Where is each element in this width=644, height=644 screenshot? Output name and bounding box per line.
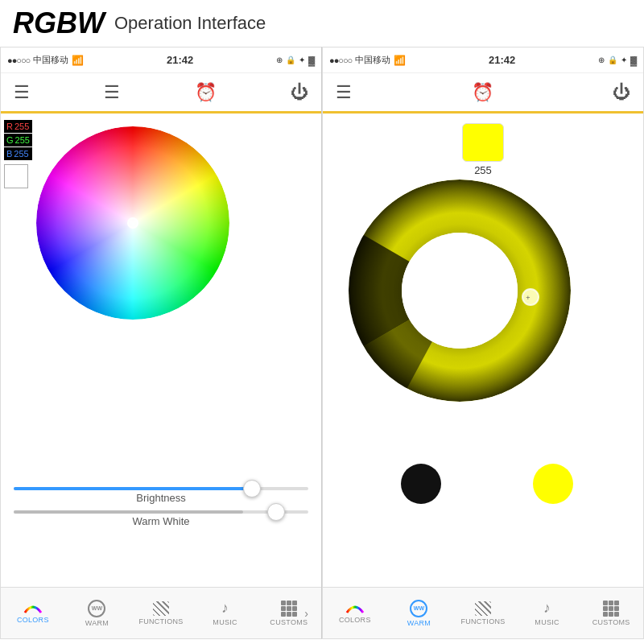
left-wifi-icon: 📶 [72, 55, 84, 66]
left-tab-functions-label: FUNCTIONS [138, 617, 183, 625]
left-status-bar: ●●○○○ 中国移动 📶 21:42 ⊕ 🔒 ✦ ▓ [1, 47, 321, 73]
left-menu2-icon[interactable]: ☰ [104, 82, 120, 103]
left-battery-icon: ▓ [308, 56, 315, 65]
right-battery-icon: ▓ [630, 56, 637, 65]
app-brand: RGBW [13, 6, 105, 40]
donut-cursor[interactable] [522, 289, 539, 305]
dual-phones: ●●○○○ 中国移动 📶 21:42 ⊕ 🔒 ✦ ▓ ☰ ☰ ⏰ ⏻ [0, 47, 644, 639]
right-tab-customs-label: CUSTOMS [592, 618, 630, 626]
rgb-b-value: 255 [14, 149, 28, 159]
yellow-swatch-container: 255 [462, 123, 504, 176]
right-menu-icon[interactable]: ☰ [336, 82, 352, 103]
rgb-b-label: B [6, 149, 12, 159]
right-tab-bar: COLORS WW WARM FUNCTIONS ♪ MUSIC [323, 587, 643, 638]
yellow-swatch-value: 255 [474, 164, 492, 176]
brightness-label: Brightness [14, 492, 308, 504]
right-carrier: 中国移动 [355, 54, 390, 66]
right-tab-music-label: MUSIC [535, 618, 559, 626]
customs-grid-icon-right [603, 601, 619, 617]
left-signal: ●●○○○ [7, 56, 30, 65]
left-menu-icon[interactable]: ☰ [14, 82, 30, 103]
donut-cursor-plus: + [526, 294, 530, 302]
left-tab-customs[interactable]: CUSTOMS › [257, 588, 321, 638]
right-wifi-icon: 📶 [394, 55, 406, 66]
right-lock-icon: 🔒 [608, 56, 617, 64]
yellow-swatch[interactable] [462, 123, 504, 162]
right-content: 255 [323, 114, 643, 588]
right-tab-customs[interactable]: CUSTOMS [579, 588, 643, 638]
right-tab-warm[interactable]: WW WARM [387, 588, 452, 638]
brightness-track[interactable] [14, 487, 308, 490]
warmwhite-fill [14, 510, 243, 514]
right-power-icon[interactable]: ⏻ [613, 82, 630, 103]
right-signal: ●●○○○ [329, 56, 352, 65]
left-content: R 255 G 255 B 255 [1, 114, 321, 588]
right-alarm-icon[interactable]: ⏰ [472, 82, 493, 103]
left-nav-bar: ☰ ☰ ⏰ ⏻ [1, 73, 321, 114]
functions-icon-left [153, 601, 169, 616]
right-nav-bar: ☰ ⏰ ⏻ [323, 73, 643, 114]
right-tab-colors-label: COLORS [339, 616, 371, 624]
yellow-color-circle[interactable] [533, 464, 573, 504]
right-tab-music[interactable]: ♪ MUSIC [515, 588, 580, 638]
left-alarm-icon[interactable]: ⏰ [195, 82, 217, 103]
left-tab-warm[interactable]: WW WARM [65, 588, 130, 638]
rainbow-icon-right [345, 603, 365, 614]
left-gps-icon: ⊕ [276, 56, 283, 64]
warmwhite-thumb[interactable] [267, 503, 285, 521]
rgb-b-row: B 255 [4, 147, 32, 160]
black-color-circle[interactable] [401, 464, 441, 504]
right-tab-colors[interactable]: COLORS [323, 588, 387, 638]
right-tab-functions-label: FUNCTIONS [460, 617, 505, 625]
rgb-r-label: R [6, 122, 13, 131]
customs-chevron-left: › [304, 607, 308, 620]
functions-icon-right [475, 601, 491, 616]
rgb-g-label: G [6, 135, 14, 145]
left-lock-icon: 🔒 [286, 56, 295, 64]
svg-point-5 [402, 233, 518, 349]
left-status-right: ⊕ 🔒 ✦ ▓ [276, 56, 315, 65]
music-icon-left: ♪ [221, 600, 229, 617]
right-time: 21:42 [489, 54, 515, 66]
title-bar: RGBW Operation Interface [0, 0, 644, 47]
left-tab-music[interactable]: ♪ MUSIC [193, 588, 258, 638]
warmwhite-slider-row: Warm White [14, 510, 308, 527]
right-phone-panel: ●●○○○ 中国移动 📶 21:42 ⊕ 🔒 ✦ ▓ ☰ ⏰ ⏻ 255 [322, 47, 644, 639]
right-status-bar: ●●○○○ 中国移动 📶 21:42 ⊕ 🔒 ✦ ▓ [323, 47, 643, 73]
rgb-g-row: G 255 [4, 134, 32, 147]
rgb-g-value: 255 [15, 135, 30, 145]
color-wheel-container[interactable] [36, 126, 229, 320]
left-phone-panel: ●●○○○ 中国移动 📶 21:42 ⊕ 🔒 ✦ ▓ ☰ ☰ ⏰ ⏻ [0, 47, 322, 639]
right-gps-icon: ⊕ [598, 56, 605, 64]
left-tab-colors-label: COLORS [17, 616, 49, 624]
left-tab-music-label: MUSIC [213, 618, 237, 626]
brightness-thumb[interactable] [243, 480, 261, 497]
left-tab-colors[interactable]: COLORS [1, 588, 65, 638]
right-bt-icon: ✦ [621, 56, 627, 64]
left-tab-bar: COLORS WW WARM FUNCTIONS ♪ MUSIC [1, 587, 321, 638]
left-tab-warm-label: WARM [85, 619, 109, 627]
left-tab-functions[interactable]: FUNCTIONS [129, 588, 193, 638]
left-status-left: ●●○○○ 中国移动 📶 [7, 54, 84, 66]
music-icon-right: ♪ [543, 600, 551, 617]
color-wheel[interactable] [36, 126, 229, 320]
rgb-r-value: 255 [14, 122, 29, 131]
rainbow-icon [23, 603, 43, 614]
white-color-swatch[interactable] [4, 164, 28, 188]
color-wheel-cursor [127, 217, 138, 229]
left-carrier: 中国移动 [33, 54, 68, 66]
ww-badge-right: WW [410, 600, 427, 617]
left-power-icon[interactable]: ⏻ [291, 82, 308, 103]
right-tab-warm-label: WARM [407, 619, 431, 627]
brightness-slider-row: Brightness [14, 487, 308, 504]
warmwhite-label: Warm White [14, 515, 308, 527]
color-circles [323, 464, 643, 504]
left-bt-icon: ✦ [299, 56, 305, 64]
app-subtitle: Operation Interface [114, 13, 266, 34]
right-status-right: ⊕ 🔒 ✦ ▓ [598, 56, 637, 65]
brightness-donut-container[interactable]: + [347, 178, 572, 403]
right-tab-functions[interactable]: FUNCTIONS [451, 588, 515, 638]
brightness-donut-svg: + [347, 178, 572, 403]
customs-grid-icon-left [281, 601, 297, 617]
warmwhite-track[interactable] [14, 510, 308, 514]
